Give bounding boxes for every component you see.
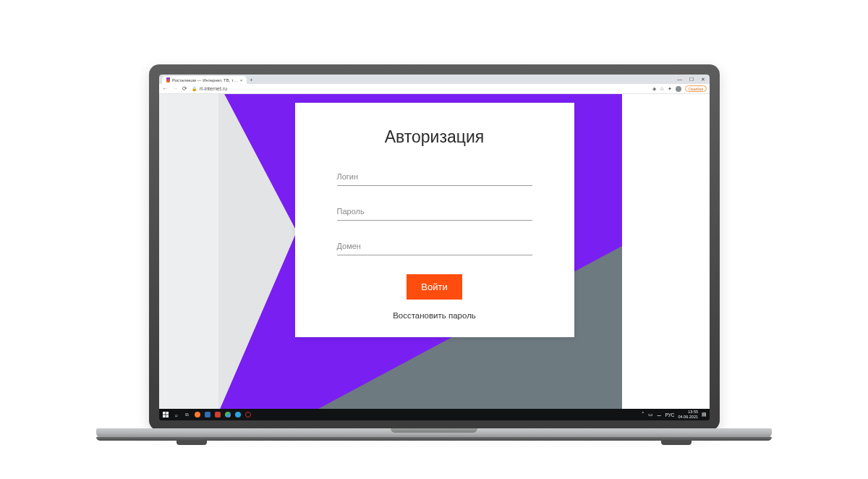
- password-input[interactable]: [337, 208, 532, 219]
- tab-close-icon[interactable]: ×: [240, 78, 243, 82]
- search-icon[interactable]: ⌕: [173, 412, 179, 418]
- window-minimize-icon[interactable]: —: [677, 77, 682, 82]
- browser-tab[interactable]: Ростелеком — Интернет, ТВ, т… ×: [162, 76, 247, 84]
- windows-taskbar: ⌕ ⧉ ˄ ▭ ⚊ РУС 13:55 04.06.2021: [159, 409, 710, 420]
- tray-expand-icon[interactable]: ˄: [642, 412, 644, 417]
- page-content: Авторизация Логин Пароль Домен Войти: [159, 94, 710, 409]
- login-title: Авторизация: [337, 127, 532, 147]
- login-card: Авторизация Логин Пароль Домен Войти: [295, 103, 574, 337]
- svg-rect-5: [163, 412, 166, 415]
- domain-input[interactable]: [337, 243, 532, 253]
- window-maximize-icon[interactable]: ☐: [689, 77, 694, 82]
- taskbar-app-office-icon[interactable]: [215, 412, 221, 417]
- password-field[interactable]: Пароль: [337, 202, 532, 221]
- extensions-icon[interactable]: ✦: [668, 86, 672, 92]
- taskview-icon[interactable]: ⧉: [184, 412, 190, 418]
- new-tab-button[interactable]: +: [248, 76, 254, 84]
- svg-rect-6: [166, 412, 169, 415]
- profile-avatar[interactable]: [676, 86, 681, 92]
- laptop-notch: [391, 428, 477, 433]
- address-bar[interactable]: 🔒 rt-internet.ru: [192, 86, 227, 91]
- nav-back-icon[interactable]: ←: [162, 85, 168, 92]
- svg-rect-7: [163, 415, 166, 417]
- taskbar-app-firefox-icon[interactable]: [195, 412, 200, 417]
- favicon-icon: [166, 77, 170, 82]
- tray-lang[interactable]: РУС: [665, 412, 674, 417]
- error-chip[interactable]: Ошибка: [685, 85, 707, 92]
- tray-clock[interactable]: 13:55 04.06.2021: [678, 410, 698, 420]
- domain-field[interactable]: Домен: [337, 237, 532, 255]
- nav-forward-icon[interactable]: →: [172, 85, 178, 92]
- tray-battery-icon[interactable]: ▭: [648, 412, 653, 417]
- tray-date: 04.06.2021: [678, 415, 698, 419]
- share-icon[interactable]: ◈: [652, 86, 656, 92]
- tray-notifications-icon[interactable]: ▤: [702, 412, 707, 417]
- laptop-foot-left: [176, 441, 207, 445]
- laptop-frame: Ростелеком — Интернет, ТВ, т… × + — ☐ ✕ …: [149, 64, 720, 431]
- recover-password-link[interactable]: Восстановить пароль: [337, 311, 532, 320]
- svg-rect-1: [622, 94, 710, 409]
- lock-icon: 🔒: [192, 86, 197, 91]
- svg-rect-8: [166, 415, 169, 417]
- tray-network-icon[interactable]: ⚊: [657, 412, 661, 417]
- url-text: rt-internet.ru: [200, 86, 227, 91]
- tray-time: 13:55: [688, 410, 698, 414]
- taskbar-app-telegram-icon[interactable]: [235, 412, 241, 417]
- window-close-icon[interactable]: ✕: [701, 77, 705, 82]
- tab-title: Ростелеком — Интернет, ТВ, т…: [172, 78, 238, 82]
- browser-toolbar: ← → ⟳ 🔒 rt-internet.ru ◈ ☆ ✦ Ошибка: [159, 84, 710, 94]
- nav-reload-icon[interactable]: ⟳: [182, 85, 187, 92]
- screen: Ростелеком — Интернет, ТВ, т… × + — ☐ ✕ …: [159, 75, 710, 420]
- star-icon[interactable]: ☆: [660, 86, 664, 92]
- start-icon[interactable]: [162, 412, 169, 418]
- browser-tabstrip: Ростелеком — Интернет, ТВ, т… × + — ☐ ✕: [159, 75, 710, 84]
- taskbar-app-record-icon[interactable]: [245, 412, 251, 417]
- taskbar-app-word-icon[interactable]: [205, 412, 210, 417]
- login-field[interactable]: Логин: [337, 167, 532, 186]
- taskbar-app-chrome-icon[interactable]: [225, 412, 231, 417]
- login-input[interactable]: [337, 174, 532, 184]
- login-button[interactable]: Войти: [407, 274, 461, 300]
- laptop-foot-right: [661, 441, 692, 445]
